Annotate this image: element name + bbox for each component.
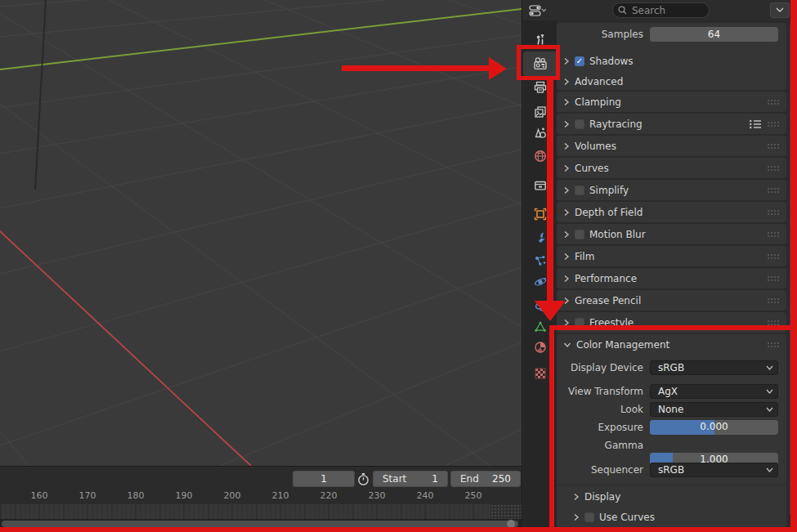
drag-dots-icon[interactable] bbox=[767, 253, 780, 260]
panel-label: Freestyle bbox=[589, 317, 634, 329]
tab-modifiers[interactable] bbox=[523, 226, 557, 250]
current-frame-field[interactable]: 1 bbox=[293, 471, 355, 487]
ruler-frame-number: 210 bbox=[272, 490, 289, 501]
tab-tool[interactable] bbox=[523, 27, 557, 51]
cm-row-label-4: Gamma bbox=[557, 440, 643, 451]
list-icon[interactable] bbox=[749, 119, 762, 129]
panel-checkbox[interactable] bbox=[575, 318, 584, 328]
subpanel-display[interactable]: Display bbox=[557, 486, 786, 507]
panel-simplify[interactable]: Simplify bbox=[557, 180, 786, 200]
ruler-frame-number: 230 bbox=[369, 490, 386, 501]
start-value: 1 bbox=[432, 473, 438, 485]
subpanel-shadows[interactable]: ✓Shadows bbox=[557, 51, 786, 71]
display-label: Display bbox=[584, 491, 620, 503]
panel-header-row: Film bbox=[557, 246, 786, 266]
drag-dots-icon[interactable] bbox=[767, 231, 780, 238]
editor-type-button[interactable] bbox=[528, 2, 556, 18]
panel-motion-blur[interactable]: Motion Blur bbox=[557, 224, 786, 244]
ruler-frame-number: 220 bbox=[320, 490, 338, 501]
drag-dots-icon[interactable] bbox=[767, 320, 780, 326]
drag-dots-icon[interactable] bbox=[767, 297, 780, 304]
panel-header-row: Volumes bbox=[557, 136, 786, 156]
tab-scene[interactable] bbox=[523, 121, 557, 145]
panel-label: Depth of Field bbox=[575, 207, 643, 218]
timeline-scrollbar[interactable] bbox=[0, 519, 522, 529]
subpanel-use-curves[interactable]: Use Curves bbox=[557, 507, 786, 527]
panel-color-management: Color ManagementDisplay DevicesRGBView T… bbox=[557, 334, 786, 532]
filter-options-button[interactable] bbox=[770, 2, 790, 18]
drag-dots-icon[interactable] bbox=[767, 99, 780, 105]
panel-performance[interactable]: Performance bbox=[557, 268, 786, 288]
color-management-header[interactable]: Color Management bbox=[557, 334, 786, 355]
physics-icon bbox=[533, 275, 548, 289]
cm-dropdown-view-transform[interactable]: AgX bbox=[650, 384, 778, 399]
timeline-ruler[interactable]: 160170180190200210220230240250 bbox=[0, 488, 522, 504]
search-input[interactable] bbox=[630, 4, 699, 17]
3d-viewport[interactable] bbox=[0, 0, 522, 466]
end-frame-field[interactable]: End 250 bbox=[450, 471, 521, 487]
panel-film[interactable]: Film bbox=[557, 246, 786, 266]
subpanel-advanced[interactable]: Advanced bbox=[557, 71, 786, 92]
tab-object[interactable] bbox=[523, 202, 557, 226]
use-curves-checkbox[interactable] bbox=[584, 512, 594, 522]
drag-dots-icon[interactable] bbox=[767, 165, 780, 172]
tab-physics[interactable] bbox=[523, 270, 557, 294]
search-box[interactable] bbox=[612, 2, 710, 18]
panel-volumes[interactable]: Volumes bbox=[557, 136, 786, 156]
cm-slider-exposure[interactable]: 0.000 bbox=[650, 420, 778, 435]
dd-chevron bbox=[766, 365, 773, 370]
tab-collection[interactable] bbox=[523, 173, 557, 198]
tab-texture[interactable] bbox=[523, 361, 557, 386]
properties-tab-column bbox=[523, 20, 557, 532]
drag-dots-icon[interactable] bbox=[767, 143, 780, 150]
panel-grease-pencil[interactable]: Grease Pencil bbox=[557, 290, 786, 311]
drag-dots-icon[interactable] bbox=[767, 209, 780, 216]
start-frame-field[interactable]: Start 1 bbox=[373, 471, 448, 487]
cm-dropdown-display-device[interactable]: sRGB bbox=[650, 360, 778, 375]
properties-scrollbar[interactable] bbox=[790, 25, 793, 515]
world-icon bbox=[533, 149, 548, 163]
panel-header-row: Curves bbox=[557, 158, 786, 178]
timeline-out-of-range-area bbox=[490, 504, 522, 519]
timeline-scrollbar-thumb[interactable] bbox=[2, 521, 518, 527]
panel-label: Film bbox=[575, 251, 594, 262]
drag-dots-icon[interactable] bbox=[767, 342, 780, 348]
drag-dots-icon[interactable] bbox=[767, 187, 780, 194]
chevron-right-icon bbox=[563, 230, 570, 239]
material-icon bbox=[533, 340, 548, 355]
tab-output[interactable] bbox=[523, 75, 557, 100]
drag-dots-icon[interactable] bbox=[767, 121, 780, 127]
ruler-frame-number: 180 bbox=[128, 490, 145, 501]
tab-world[interactable] bbox=[523, 144, 557, 168]
shadows-checkbox[interactable]: ✓ bbox=[575, 56, 584, 66]
panel-clamping[interactable]: Clamping bbox=[557, 92, 786, 112]
cm-row-label-5: Sequencer bbox=[557, 464, 643, 476]
properties-main-region: Samples64✓ShadowsAdvancedClampingRaytrac… bbox=[557, 20, 797, 532]
panel-curves[interactable]: Curves bbox=[557, 158, 786, 178]
drag-dots-icon[interactable] bbox=[767, 275, 780, 282]
timeline-tick-area[interactable] bbox=[0, 504, 522, 519]
chevron-right-icon bbox=[563, 57, 570, 65]
samples-label: Samples bbox=[557, 29, 643, 40]
chevron-right-icon bbox=[563, 120, 570, 128]
chevron-down-icon bbox=[563, 342, 571, 348]
panel-checkbox[interactable] bbox=[575, 119, 584, 129]
cm-row-label-3: Exposure bbox=[557, 422, 643, 433]
cm-dropdown-sequencer[interactable]: sRGB bbox=[650, 463, 778, 477]
panel-checkbox[interactable] bbox=[575, 230, 584, 239]
cm-dropdown-look[interactable]: None bbox=[650, 402, 778, 417]
particles-icon bbox=[533, 253, 548, 268]
tab-render[interactable] bbox=[523, 51, 557, 76]
timeline-scrollbar-handle[interactable] bbox=[507, 520, 515, 528]
tab-material[interactable] bbox=[523, 335, 557, 360]
samples-row: Samples64 bbox=[557, 25, 786, 43]
dropdown-value: AgX bbox=[658, 386, 678, 397]
samples-field[interactable]: 64 bbox=[650, 27, 778, 42]
stopwatch-icon[interactable] bbox=[356, 472, 370, 486]
panel-raytracing[interactable]: Raytracing bbox=[557, 114, 786, 134]
panel-label: Motion Blur bbox=[589, 229, 646, 240]
dropdown-value: sRGB bbox=[658, 464, 684, 476]
panel-depth-of-field[interactable]: Depth of Field bbox=[557, 202, 786, 222]
panel-checkbox[interactable] bbox=[575, 186, 584, 195]
panel-freestyle[interactable]: Freestyle bbox=[557, 312, 786, 333]
